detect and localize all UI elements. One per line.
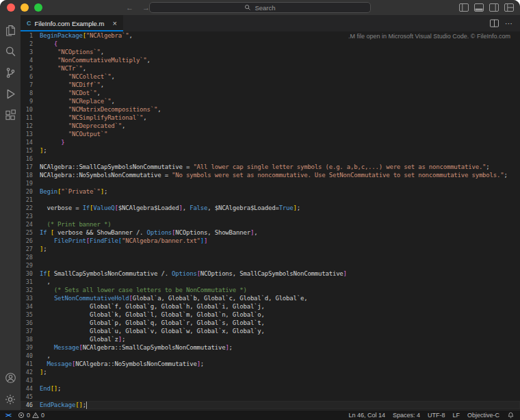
tab-fileinfo-example[interactable]: C FileInfo.com Example.m ×	[21, 15, 123, 31]
toggle-secondary-sidebar-icon[interactable]	[489, 3, 499, 12]
code-line[interactable]: 6 "NCCollect`",	[21, 73, 520, 81]
code-line[interactable]: 31 ,	[21, 278, 520, 286]
line-number: 35	[21, 311, 40, 319]
line-number: 9	[21, 97, 40, 105]
code-line[interactable]: 38 Global`z];	[21, 335, 520, 343]
minimize-window-button[interactable]	[21, 3, 29, 12]
line-number: 46	[21, 401, 40, 409]
status-bar: >< 0 0 Ln 46, Col 14 Spaces: 4 UTF-8 LF …	[0, 410, 520, 420]
line-number: 44	[21, 384, 40, 393]
tab-close-icon[interactable]: ×	[112, 19, 116, 27]
code-line[interactable]: 9 "NCReplace`",	[21, 97, 520, 105]
line-number: 42	[21, 368, 40, 376]
language-mode-status[interactable]: Objective-C	[467, 412, 499, 419]
search-sidebar-icon[interactable]	[0, 41, 21, 62]
close-window-button[interactable]	[7, 3, 15, 12]
remote-indicator[interactable]: ><	[5, 412, 11, 419]
source-control-icon[interactable]	[0, 62, 21, 83]
back-arrow-icon[interactable]: ←	[126, 3, 133, 12]
line-number: 14	[21, 138, 40, 146]
zoom-window-button[interactable]	[34, 3, 42, 12]
code-text: "NCMatrixDecompositions`",	[40, 105, 161, 114]
code-line[interactable]: 34 Global`f, Global`g, Global`h, Global`…	[21, 302, 520, 311]
code-line[interactable]: 22 verbose = If[ValueQ[$NCAlgebra$Loaded…	[21, 204, 520, 212]
code-line[interactable]: 4 "NonCommutativeMultiply`",	[21, 56, 520, 64]
more-actions-icon[interactable]: ⋯	[505, 19, 513, 28]
code-line[interactable]: 2 {	[21, 40, 520, 48]
code-line[interactable]: 33 SetNonCommutativeHold[Global`a, Globa…	[21, 294, 520, 302]
code-line[interactable]: 28	[21, 253, 520, 261]
customize-layout-icon[interactable]	[504, 3, 514, 12]
code-line[interactable]: 24 (* Print banner *)	[21, 220, 520, 228]
code-text: BeginPackage["NCAlgebra`",	[40, 31, 133, 40]
code-line[interactable]: 29	[21, 261, 520, 270]
code-line[interactable]: 41 Message[NCAlgebra::NoSymbolsNonCommut…	[21, 360, 520, 368]
code-line[interactable]: 3 "NCOptions`",	[21, 48, 520, 56]
code-text: Global`p, Global`q, Global`r, Global`s, …	[40, 319, 265, 327]
code-line[interactable]: 43	[21, 376, 520, 384]
code-line[interactable]: 36 Global`p, Global`q, Global`r, Global`…	[21, 319, 520, 327]
code-text: ];	[40, 368, 47, 376]
notifications-bell-icon[interactable]	[507, 412, 515, 419]
code-line[interactable]: 39 Message[NCAlgebra::SmallCapSymbolsNon…	[21, 343, 520, 352]
code-line[interactable]: 44End[];	[21, 384, 520, 393]
code-line[interactable]: 15];	[21, 146, 520, 155]
eol-status[interactable]: LF	[452, 412, 460, 419]
cursor-position-status[interactable]: Ln 46, Col 14	[348, 412, 385, 419]
toggle-panel-icon[interactable]	[474, 3, 484, 12]
code-line[interactable]: 37 Global`u, Global`v, Global`w, Global`…	[21, 327, 520, 335]
code-text: ,	[40, 278, 51, 286]
run-debug-icon[interactable]	[0, 83, 21, 105]
split-editor-icon[interactable]	[490, 19, 499, 27]
code-line[interactable]: 23	[21, 212, 520, 220]
code-text: SetNonCommutativeHold[Global`a, Global`b…	[40, 294, 307, 302]
settings-gear-icon[interactable]	[0, 389, 21, 410]
code-line[interactable]: 18NCAlgebra::NoSymbolsNonCommutative = "…	[21, 171, 520, 179]
code-line[interactable]: 42];	[21, 368, 520, 376]
error-count: 0	[27, 412, 30, 419]
code-line[interactable]: 16	[21, 155, 520, 163]
code-line[interactable]: 30If[ SmallCapSymbolsNonCommutative /. O…	[21, 270, 520, 278]
encoding-status[interactable]: UTF-8	[428, 412, 445, 419]
code-line[interactable]: 40 ,	[21, 352, 520, 360]
code-line[interactable]: 13 "NCOutput`"	[21, 130, 520, 138]
code-line[interactable]: 26 FilePrint[FindFile["NCAlgebra/banner.…	[21, 237, 520, 245]
account-icon[interactable]	[0, 367, 21, 389]
code-line[interactable]: 7 "NCDiff`",	[21, 81, 520, 89]
line-number: 21	[21, 196, 40, 204]
toggle-primary-sidebar-icon[interactable]	[459, 3, 469, 12]
code-text: NCAlgebra::SmallCapSymbolsNonCommutative…	[40, 163, 490, 171]
indentation-status[interactable]: Spaces: 4	[393, 412, 420, 419]
title-bar: ← → Search	[0, 0, 520, 15]
code-line[interactable]: 14 }	[21, 138, 520, 146]
code-line[interactable]: 32 (* Sets all lower case letters to be …	[21, 286, 520, 294]
code-line[interactable]: 27];	[21, 245, 520, 253]
problems-indicator[interactable]: 0 0	[18, 412, 44, 419]
extensions-icon[interactable]	[0, 105, 21, 126]
code-line[interactable]: 11 "NCSimplifyRational`",	[21, 114, 520, 122]
code-text: Global`u, Global`v, Global`w, Global`x, …	[40, 327, 265, 335]
code-line[interactable]: 19	[21, 179, 520, 187]
line-number: 39	[21, 343, 40, 352]
code-line[interactable]: 25If [ verbose && ShowBanner /. Options[…	[21, 228, 520, 237]
code-line[interactable]: 17NCAlgebra::SmallCapSymbolsNonCommutati…	[21, 163, 520, 171]
code-text: NCAlgebra::NoSymbolsNonCommutative = "No…	[40, 171, 508, 179]
code-line[interactable]: 35 Global`k, Global`l, Global`m, Global`…	[21, 311, 520, 319]
code-text: verbose = If[ValueQ[$NCAlgebra$Loaded], …	[40, 204, 300, 212]
code-line[interactable]: 20Begin["`Private`"];	[21, 187, 520, 196]
line-number: 23	[21, 212, 40, 220]
line-number: 25	[21, 228, 40, 237]
line-number: 17	[21, 163, 40, 171]
code-text: "NCDeprecated`",	[40, 122, 125, 130]
editor[interactable]: .M file open in Microsoft Visual Studio …	[21, 31, 520, 410]
code-line[interactable]: 8 "NCDot`",	[21, 89, 520, 97]
code-line[interactable]: 46EndPackage[];	[21, 401, 520, 409]
command-center-search[interactable]: Search	[149, 2, 371, 13]
code-line[interactable]: 10 "NCMatrixDecompositions`",	[21, 105, 520, 114]
code-line[interactable]: 45	[21, 393, 520, 401]
code-line[interactable]: 5 "NCTr`",	[21, 64, 520, 73]
explorer-icon[interactable]	[0, 20, 21, 41]
code-line[interactable]: 21	[21, 196, 520, 204]
tab-label: FileInfo.com Example.m	[35, 20, 105, 27]
code-line[interactable]: 12 "NCDeprecated`",	[21, 122, 520, 130]
